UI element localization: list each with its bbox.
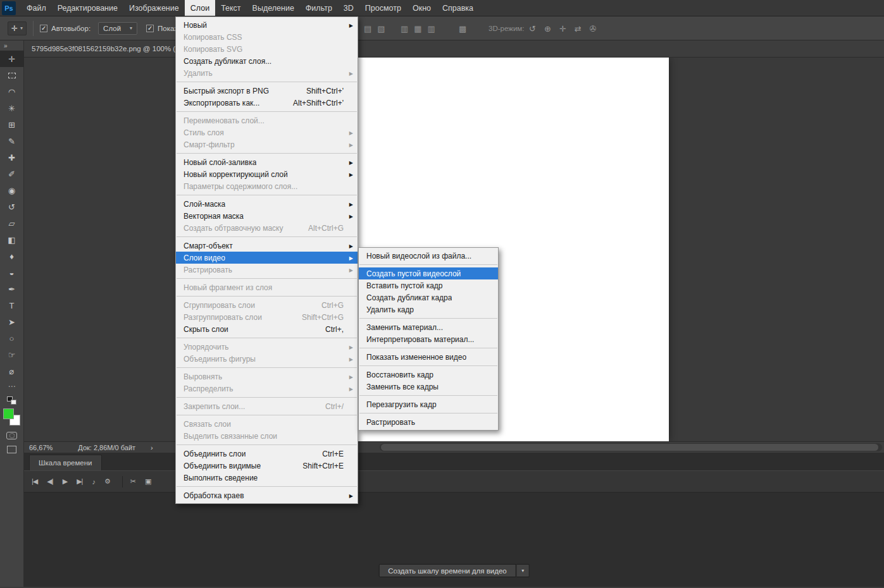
menubar-item-5[interactable]: Выделение	[247, 0, 300, 16]
edit-toolbar-icon[interactable]: ⋯	[8, 382, 16, 393]
menu-item-new-fill-layer[interactable]: Новый слой-заливка▶	[176, 156, 358, 168]
autoselect-option[interactable]: ✓ Автовыбор:	[40, 25, 90, 32]
transition-icon[interactable]: ▣	[145, 477, 151, 486]
menu-item-flatten-image[interactable]: Выполнить сведение	[176, 472, 358, 484]
horizontal-scrollbar[interactable]	[380, 443, 882, 451]
menubar-item-8[interactable]: Просмотр	[359, 0, 407, 16]
show-transform-checkbox[interactable]: ✓	[146, 25, 154, 32]
lasso-tool-button[interactable]: ◠	[0, 83, 24, 100]
menubar-item-3[interactable]: Слои	[185, 0, 215, 16]
healing-brush-tool-button[interactable]: ✚	[0, 149, 24, 166]
create-video-timeline-button[interactable]: Создать шкалу времени для видео	[378, 564, 516, 577]
quick-selection-tool-button[interactable]: ✳	[0, 100, 24, 116]
eraser-tool-button[interactable]: ▱	[0, 215, 24, 231]
align-left-edges-icon[interactable]: ▥	[401, 24, 408, 34]
path-selection-tool-icon: ➤	[8, 317, 15, 327]
align-horizontal-centers-icon[interactable]: ▦	[414, 24, 421, 34]
menu-item-merge-layers[interactable]: Объединить слоиCtrl+E	[176, 448, 358, 460]
menu-item-vector-mask[interactable]: Векторная маска▶	[176, 210, 358, 222]
menu-item-interpret-footage[interactable]: Интерпретировать материал...	[359, 333, 498, 345]
menubar-item-9[interactable]: Окно	[407, 0, 437, 16]
brush-tool-button[interactable]: ✐	[0, 166, 24, 182]
distribute-icon[interactable]: ▩	[459, 24, 466, 34]
timeline-type-dropdown[interactable]: ▾	[516, 564, 530, 577]
menu-item-smart-object[interactable]: Смарт-объект▶	[176, 240, 358, 252]
menu-item-new-video-layer-from-file[interactable]: Новый видеослой из файла...	[359, 250, 498, 262]
collapse-panels-icon[interactable]: »	[0, 40, 8, 51]
menu-item-layer-mask[interactable]: Слой-маска▶	[176, 198, 358, 210]
menu-item-duplicate-layer[interactable]: Создать дубликат слоя...	[176, 55, 358, 67]
next-frame-icon[interactable]: ▶|	[77, 477, 82, 486]
pan-3d-icon[interactable]: ✛	[559, 24, 566, 34]
autoselect-target-select[interactable]: Слой ▾	[98, 22, 137, 35]
menu-item-matting[interactable]: Обработка краев▶	[176, 489, 358, 501]
roll-3d-icon[interactable]: ⊕	[544, 24, 551, 34]
show-transform-controls-option[interactable]: ✓ Показ	[146, 25, 178, 32]
eyedropper-tool-button[interactable]: ✎	[0, 133, 24, 149]
first-frame-icon[interactable]: |◀	[32, 477, 37, 486]
menu-item-delete-frame[interactable]: Удалить кадр	[359, 303, 498, 315]
pen-tool-button[interactable]: ✒	[0, 281, 24, 297]
menu-item-video-layers[interactable]: Слои видео▶	[176, 252, 358, 264]
align-top-edges-icon[interactable]: ▤	[364, 24, 371, 34]
tab-timeline[interactable]: Шкала времени	[29, 455, 102, 470]
menu-item-rasterize-video[interactable]: Растрировать	[359, 416, 498, 428]
menu-item-insert-blank-frame[interactable]: Вставить пустой кадр	[359, 279, 498, 291]
screen-mode-icon[interactable]	[7, 446, 16, 453]
clone-stamp-tool-button[interactable]: ◉	[0, 182, 24, 199]
history-brush-tool-button[interactable]: ↺	[0, 199, 24, 215]
quick-mask-icon[interactable]	[6, 432, 17, 439]
path-selection-tool-button[interactable]: ➤	[0, 314, 24, 330]
gradient-tool-button[interactable]: ◧	[0, 231, 24, 248]
menubar-item-10[interactable]: Справка	[437, 0, 479, 16]
split-clip-icon[interactable]: ✂	[130, 477, 135, 486]
menubar-item-1[interactable]: Редактирование	[52, 0, 123, 16]
tool-preset-button[interactable]: ✛ ▾	[8, 21, 27, 35]
orbit-3d-icon[interactable]: ↺	[529, 24, 536, 34]
play-icon[interactable]: ▶	[63, 477, 67, 486]
menu-item-export-as[interactable]: Экспортировать как...Alt+Shift+Ctrl+'	[176, 97, 358, 109]
type-tool-button[interactable]: T	[0, 297, 24, 314]
foreground-color-swatch[interactable]	[3, 408, 14, 419]
status-menu-arrow-icon[interactable]: ›	[151, 444, 153, 451]
menubar-item-7[interactable]: 3D	[338, 0, 359, 16]
hand-tool-button[interactable]: ☞	[0, 346, 24, 363]
menu-item-new-blank-video-layer[interactable]: Создать пустой видеослой	[359, 267, 498, 279]
settings-gear-icon[interactable]: ⚙	[104, 477, 110, 486]
menu-item-hide-layers[interactable]: Скрыть слоиCtrl+,	[176, 323, 358, 335]
crop-tool-button[interactable]: ⊞	[0, 116, 24, 133]
align-icons-group-c: ▩	[459, 16, 472, 40]
menubar-item-4[interactable]: Текст	[215, 0, 246, 16]
rectangular-marquee-tool-button[interactable]	[0, 67, 24, 83]
menu-item-restore-frame[interactable]: Восстановить кадр	[359, 369, 498, 381]
menubar-item-2[interactable]: Изображение	[123, 0, 185, 16]
document-tab[interactable]: 5795d985e3f081562159b32e.png @ 100% (R	[24, 45, 189, 52]
menu-item-new[interactable]: Новый▶	[176, 19, 358, 31]
slide-3d-icon[interactable]: ⇄	[575, 24, 582, 34]
align-right-edges-icon[interactable]: ▥	[428, 24, 435, 34]
menu-item-duplicate-frame[interactable]: Создать дубликат кадра	[359, 291, 498, 303]
menu-item-quick-export-png[interactable]: Быстрый экспорт в PNGShift+Ctrl+'	[176, 85, 358, 97]
menu-item-show-altered-video[interactable]: Показать измененное видео	[359, 351, 498, 363]
menu-item-replace-footage[interactable]: Заменить материал...	[359, 321, 498, 333]
align-vertical-centers-icon[interactable]: ▧	[377, 24, 385, 34]
dodge-tool-button[interactable]: ◒	[0, 264, 24, 281]
zoom-level[interactable]: 66,67%	[29, 444, 53, 451]
audio-icon[interactable]: ♪	[92, 478, 95, 486]
menu-item-merge-visible[interactable]: Объединить видимыеShift+Ctrl+E	[176, 460, 358, 472]
menu-item-reload-frame[interactable]: Перезагрузить кадр	[359, 398, 498, 410]
blur-tool-button[interactable]: ♦	[0, 248, 24, 264]
menubar-item-6[interactable]: Фильтр	[300, 0, 338, 16]
previous-frame-icon[interactable]: ◀|	[47, 477, 53, 486]
menu-item-replace-all-frames[interactable]: Заменить все кадры	[359, 381, 498, 393]
menu-item-new-adjustment-layer[interactable]: Новый корректирующий слой▶	[176, 168, 358, 180]
move-tool-button[interactable]: ✛	[0, 51, 24, 67]
horizontal-scrollbar-thumb[interactable]	[381, 444, 878, 451]
timeline-separator	[122, 476, 123, 487]
zoom-tool-button[interactable]: ⌀	[0, 363, 24, 379]
camera-3d-icon[interactable]: ✇	[590, 24, 597, 34]
autoselect-checkbox[interactable]: ✓	[40, 25, 47, 32]
ellipse-tool-button[interactable]: ○	[0, 330, 24, 346]
default-colors-icon[interactable]	[7, 396, 16, 405]
menubar-item-0[interactable]: Файл	[21, 0, 52, 16]
